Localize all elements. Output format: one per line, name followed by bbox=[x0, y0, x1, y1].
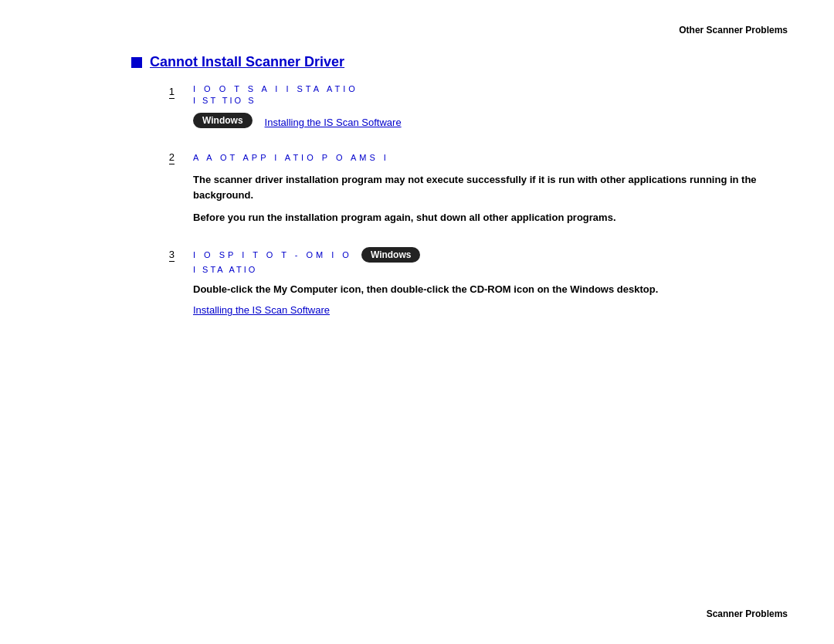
step3-obfuscated-main: I O SP I T O T - OM I O bbox=[193, 250, 352, 259]
header-label: Other Scanner Problems bbox=[679, 25, 788, 36]
blue-square-icon bbox=[131, 57, 142, 68]
step2-obfuscated-main: A A OT APP I ATIO P O AMS I bbox=[193, 153, 389, 162]
page: Other Scanner Problems Scanner Problems … bbox=[0, 0, 834, 644]
step1-obfuscated-sub: I ST TIO S bbox=[193, 96, 788, 105]
step1-installing-link[interactable]: Installing the IS Scan Software bbox=[265, 117, 402, 128]
step3-block: 3 I O SP I T O T - OM I O Windows I STA … bbox=[131, 247, 788, 317]
step2-number: 2 bbox=[169, 151, 175, 164]
step2-header-row: 2 A A OT APP I ATIO P O AMS I bbox=[131, 150, 788, 164]
step3-header-row: 3 I O SP I T O T - OM I O Windows I STA … bbox=[131, 247, 788, 274]
step2-number-col: 2 bbox=[131, 150, 178, 164]
step1-header-row: 1 I O O T S A I I STA ATIO I ST TIO S bbox=[131, 84, 788, 105]
step3-body-area: Double-click the My Computer icon, then … bbox=[193, 282, 788, 317]
step1-obfuscated-main: I O O T S A I I STA ATIO bbox=[193, 84, 358, 93]
step1-badge-row: Windows Installing the IS Scan Software bbox=[193, 113, 788, 128]
step1-number-col: 1 bbox=[131, 84, 178, 99]
step3-inline-row: I O SP I T O T - OM I O Windows bbox=[193, 247, 788, 263]
step3-body: Double-click the My Computer icon, then … bbox=[193, 282, 788, 297]
footer-label: Scanner Problems bbox=[707, 608, 788, 619]
step1-windows-badge: Windows bbox=[193, 113, 253, 128]
step3-number: 3 bbox=[169, 249, 175, 262]
step3-installing-link[interactable]: Installing the IS Scan Software bbox=[193, 304, 788, 316]
step2-body1: The scanner driver installation program … bbox=[193, 172, 788, 202]
step3-desc-col: I O SP I T O T - OM I O Windows I STA AT… bbox=[193, 247, 788, 274]
step2-body2: Before you run the installation program … bbox=[193, 210, 788, 225]
main-content: Cannot Install Scanner Driver 1 I O O T … bbox=[131, 54, 788, 337]
section-title-row: Cannot Install Scanner Driver bbox=[131, 54, 788, 70]
step1-number: 1 bbox=[169, 86, 175, 99]
step3-number-col: 3 bbox=[131, 247, 178, 262]
step1-desc: I O O T S A I I STA ATIO I ST TIO S bbox=[193, 84, 788, 105]
step1-block: 1 I O O T S A I I STA ATIO I ST TIO S Wi… bbox=[131, 84, 788, 128]
step3-obfuscated-sub: I STA ATIO bbox=[193, 265, 788, 274]
step2-desc: A A OT APP I ATIO P O AMS I bbox=[193, 150, 788, 164]
step3-windows-badge: Windows bbox=[361, 247, 421, 263]
section-title: Cannot Install Scanner Driver bbox=[150, 54, 344, 70]
step1-inline-row: I O O T S A I I STA ATIO bbox=[193, 84, 788, 93]
step2-body: The scanner driver installation program … bbox=[193, 172, 788, 225]
step2-block: 2 A A OT APP I ATIO P O AMS I The scanne… bbox=[131, 150, 788, 225]
